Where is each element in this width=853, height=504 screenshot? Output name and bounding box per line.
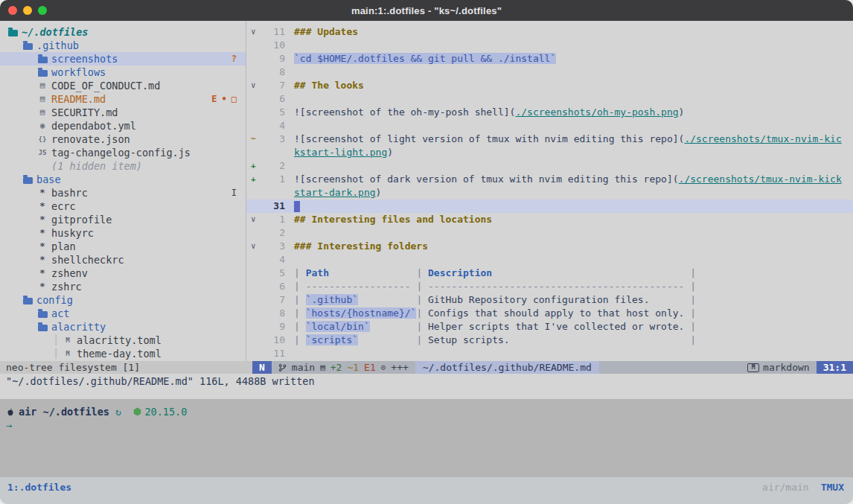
editor-line[interactable]: ∨1 ## Interesting files and locations (246, 213, 853, 226)
tree-item-zshenv[interactable]: *zshenv (0, 267, 246, 280)
tree-item-label: gitprofile (51, 213, 112, 226)
tree-item-dependabot-yml[interactable]: ◉dependabot.yml (0, 119, 246, 133)
tree-item-tag-changelog-config-js[interactable]: JStag-changelog-config.js (0, 146, 246, 159)
editor-line[interactable]: ∨7 ## The looks (246, 79, 853, 92)
tree-item-1-hidden-item[interactable]: (1 hidden item) (0, 159, 246, 173)
tree-item-renovate-json[interactable]: {}renovate.json (0, 133, 246, 146)
gutter-pad (285, 106, 294, 119)
tree-item-workflows[interactable]: workflows (0, 66, 246, 79)
text-segment: `local/bin` (306, 321, 370, 332)
zoom-button[interactable] (38, 6, 47, 15)
editor-line[interactable]: +2 (246, 159, 853, 173)
markdown-link: ./screenshots/tmux-nvim-kick (679, 173, 842, 185)
text-segment: ) (376, 187, 382, 198)
line-content: ### Interesting folders (294, 240, 428, 253)
editor-line[interactable]: ∨11 ### Updates (246, 25, 853, 39)
statusline: neo-tree filesystem [1] N main▤+2~1E1⊙++… (0, 361, 853, 374)
editor-line[interactable]: 6 | ------------------ | ---------------… (246, 280, 853, 293)
gutter-pad (285, 186, 294, 200)
editor-line[interactable]: 2 (246, 226, 853, 240)
editor-line[interactable]: 8 | `hosts/{hostname}/`| Configs that sh… (246, 307, 853, 320)
tree-item-alacritty[interactable]: alacritty (0, 320, 246, 334)
text-segment: `cd $HOME/.dotfiles && git pull && ./ins… (294, 53, 556, 64)
editor-line[interactable]: 10 | `scripts` | Setup scripts. | (246, 334, 853, 347)
gutter-space (246, 106, 263, 119)
editor-line[interactable]: 9 | `local/bin` | Helper scripts that I'… (246, 320, 853, 334)
tree-item-badges: I (231, 186, 246, 200)
editor-line[interactable]: 6 (246, 92, 853, 106)
tree-item-badges: ? (231, 52, 246, 66)
editor-line[interactable]: 5 | Path | Description | (246, 267, 853, 280)
text-segment: | (690, 334, 696, 345)
editor-line[interactable]: ~3 ![screenshot of light version of tmux… (246, 133, 853, 146)
mode-indicator: N (252, 361, 272, 374)
text-segment: | (294, 294, 306, 305)
editor-line[interactable]: 31 (246, 200, 853, 213)
text-segment (492, 267, 690, 278)
neotree-statusline: neo-tree filesystem [1] (0, 361, 252, 374)
text-segment: ------------------ (306, 281, 417, 292)
minimize-button[interactable] (23, 6, 32, 15)
badge-mark: I (231, 186, 237, 200)
tree-item-base[interactable]: base (0, 173, 246, 186)
tree-item-code-of-conduct-md[interactable]: ▤CODE_OF_CONDUCT.md (0, 79, 246, 92)
tmux-pane-shell[interactable]: air ~/.dotfiles ↻ 20.15.0 → (0, 399, 853, 477)
prompt-arrow-icon: → (6, 418, 12, 432)
text-segment: GitHub Repository configuration files. (428, 294, 690, 305)
text-segment: | (416, 321, 428, 332)
editor-line[interactable]: 5 ![screenshot of the oh-my-posh shell](… (246, 106, 853, 119)
tree-item-theme-day-toml[interactable]: │Mtheme-day.toml (0, 347, 246, 360)
tree-item-ecrc[interactable]: *ecrc (0, 200, 246, 213)
editor-buffer[interactable]: ∨11 ### Updates 10 9 `cd $HOME/.dotfiles… (246, 21, 853, 361)
editor-line[interactable]: start-dark.png) (246, 186, 853, 200)
document-icon: ▤ (36, 92, 49, 106)
line-number: 2 (263, 226, 285, 240)
line-content (294, 200, 300, 213)
gutter-pad (285, 347, 294, 360)
text-segment: | (294, 307, 306, 319)
editor-line[interactable]: +1 ![screenshot of dark version of tmux … (246, 173, 853, 186)
node-icon (133, 407, 141, 416)
tree-item-screenshots[interactable]: screenshots? (0, 52, 246, 66)
tree-item-label: (1 hidden item) (51, 159, 142, 173)
tree-item-plan[interactable]: *plan (0, 240, 246, 253)
editor-line[interactable]: 4 (246, 119, 853, 133)
tree-item-huskyrc[interactable]: *huskyrc (0, 226, 246, 240)
line-number (263, 146, 285, 159)
file-tree: ~/.dotfiles.githubscreenshots?workflows▤… (0, 21, 246, 361)
editor-line[interactable]: ∨3 ### Interesting folders (246, 240, 853, 253)
tree-item-security-md[interactable]: ▤SECURITY.md (0, 106, 246, 119)
tree-item-alacritty-toml[interactable]: │Malacritty.toml (0, 334, 246, 347)
tree-item-github[interactable]: .github (0, 39, 246, 52)
tree-item-config[interactable]: config (0, 293, 246, 307)
line-number: 9 (263, 320, 285, 334)
close-button[interactable] (8, 6, 17, 15)
tmux-window-tab[interactable]: 1:.dotfiles (7, 482, 71, 493)
tree-item-dotfiles[interactable]: ~/.dotfiles (0, 25, 246, 39)
tree-item-readme-md[interactable]: ▤README.mdE•□ (0, 92, 246, 106)
editor-line[interactable]: 8 (246, 66, 853, 79)
text-segment: Setup scripts. (428, 334, 690, 345)
editor-line[interactable]: 11 (246, 347, 853, 360)
gutter-space (246, 280, 263, 293)
editor-line[interactable]: 4 (246, 253, 853, 267)
line-number: 1 (263, 213, 285, 226)
line-number: 5 (263, 106, 285, 119)
tree-item-gitprofile[interactable]: *gitprofile (0, 213, 246, 226)
tree-item-label: alacritty (51, 320, 106, 334)
tree-item-label: huskyrc (51, 226, 94, 240)
editor-line[interactable]: 9 `cd $HOME/.dotfiles && git pull && ./i… (246, 52, 853, 66)
tree-item-zshrc[interactable]: *zshrc (0, 280, 246, 293)
gutter-pad (285, 320, 294, 334)
editor-line[interactable]: 7 | `.github` | GitHub Repository config… (246, 293, 853, 307)
markdown-icon: M (747, 363, 759, 372)
tree-item-label: bashrc (51, 186, 88, 200)
text-segment: ## Interesting files and locations (294, 214, 492, 225)
markdown-link: ./screenshots/oh-my-posh.png (515, 106, 678, 118)
tree-item-act[interactable]: act (0, 307, 246, 320)
tree-item-shellcheckrc[interactable]: *shellcheckrc (0, 253, 246, 267)
editor-line[interactable]: 10 (246, 39, 853, 52)
text-segment: ![screenshot of the oh-my-posh shell]( (294, 106, 515, 118)
editor-line[interactable]: kstart-light.png) (246, 146, 853, 159)
tree-item-bashrc[interactable]: *bashrcI (0, 186, 246, 200)
